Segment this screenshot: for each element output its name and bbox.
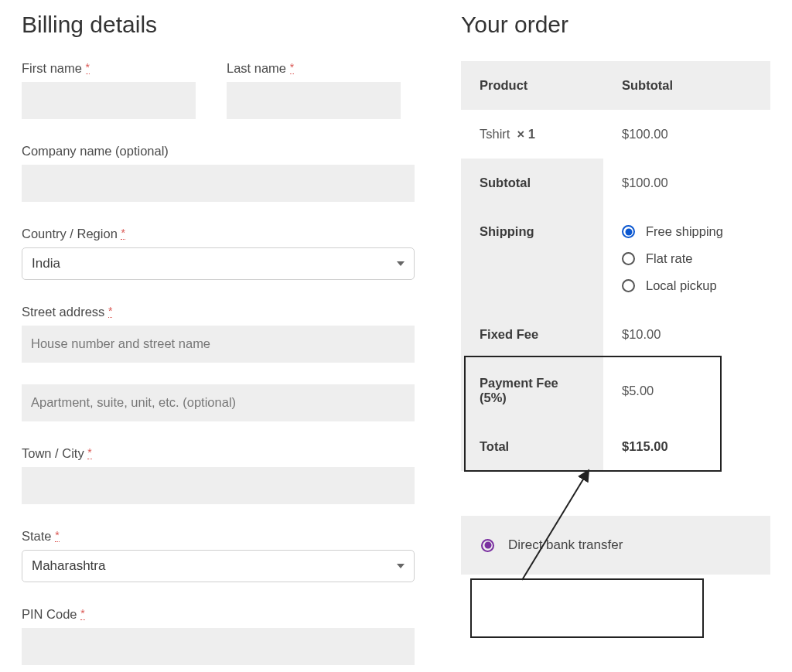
street-label-text: Street address <box>22 305 104 319</box>
city-label-text: Town / City <box>22 446 84 460</box>
first-name-label: First name * <box>22 61 196 76</box>
shipping-option-label: Local pickup <box>646 278 717 293</box>
state-select[interactable]: Maharashtra <box>22 550 415 582</box>
subtotal-row: Subtotal $100.00 <box>461 159 770 207</box>
state-field: State * Maharashtra <box>22 529 415 582</box>
city-label: Town / City * <box>22 446 415 461</box>
state-label-text: State <box>22 529 52 543</box>
last-name-input[interactable] <box>227 82 401 119</box>
pin-field: PIN Code * <box>22 607 415 665</box>
order-heading: Your order <box>461 12 770 38</box>
fixed-fee-row: Fixed Fee $10.00 <box>461 310 770 359</box>
pin-input[interactable] <box>22 628 415 665</box>
order-item-subtotal: $100.00 <box>603 110 770 159</box>
country-label-text: Country / Region <box>22 227 118 240</box>
required-mark: * <box>87 446 91 459</box>
pin-label: PIN Code * <box>22 607 415 622</box>
first-name-field: First name * <box>22 61 196 119</box>
fixed-fee-label: Fixed Fee <box>461 310 603 359</box>
order-item-row: Tshirt × 1 $100.00 <box>461 110 770 159</box>
payment-method-label: Direct bank transfer <box>508 537 623 553</box>
order-item-qty: × 1 <box>517 127 535 141</box>
company-label: Company name (optional) <box>22 144 415 159</box>
required-mark: * <box>80 607 84 620</box>
company-field: Company name (optional) <box>22 144 415 202</box>
chevron-down-icon <box>397 564 405 568</box>
col-subtotal: Subtotal <box>603 61 770 110</box>
first-name-label-text: First name <box>22 61 82 75</box>
billing-details-section: Billing details First name * Last name *… <box>22 12 415 671</box>
radio-icon <box>622 252 635 265</box>
order-review-section: Your order Product Subtotal Tshirt × 1 $… <box>461 12 770 671</box>
order-table: Product Subtotal Tshirt × 1 $100.00 Subt… <box>461 61 770 471</box>
street-address-2-input[interactable] <box>22 384 415 421</box>
order-item-name-cell: Tshirt × 1 <box>461 110 603 159</box>
radio-icon <box>622 225 635 238</box>
shipping-option-label: Flat rate <box>646 251 693 266</box>
required-mark: * <box>121 227 125 240</box>
payment-fee-row: Payment Fee (5%) $5.00 <box>461 359 770 422</box>
required-mark: * <box>290 61 294 74</box>
shipping-option-label: Free shipping <box>646 224 723 239</box>
country-field: Country / Region * India <box>22 227 415 280</box>
country-select-value: India <box>32 256 60 271</box>
required-mark: * <box>86 61 90 74</box>
col-product: Product <box>461 61 603 110</box>
first-name-input[interactable] <box>22 82 196 119</box>
subtotal-label: Subtotal <box>461 159 603 207</box>
shipping-row: Shipping Free shipping Flat rate <box>461 207 770 310</box>
shipping-options: Free shipping Flat rate Local pickup <box>622 224 752 293</box>
city-input[interactable] <box>22 467 415 504</box>
country-label: Country / Region * <box>22 227 415 241</box>
state-label: State * <box>22 529 415 544</box>
company-input[interactable] <box>22 165 415 202</box>
radio-icon <box>481 539 494 552</box>
street-address-field: Street address * <box>22 305 415 421</box>
order-table-header-row: Product Subtotal <box>461 61 770 110</box>
country-select[interactable]: India <box>22 247 415 280</box>
required-mark: * <box>55 529 59 542</box>
payment-fee-value: $5.00 <box>603 359 770 422</box>
last-name-label: Last name * <box>227 61 401 76</box>
subtotal-value: $100.00 <box>603 159 770 207</box>
payment-method-bank-transfer[interactable]: Direct bank transfer <box>481 537 750 553</box>
shipping-option-local[interactable]: Local pickup <box>622 278 752 293</box>
total-label: Total <box>461 422 603 471</box>
total-value: $115.00 <box>603 422 770 471</box>
order-item-name: Tshirt <box>480 127 510 141</box>
payment-fee-label: Payment Fee (5%) <box>461 359 603 422</box>
chevron-down-icon <box>397 261 405 266</box>
required-mark: * <box>108 305 112 318</box>
payment-methods: Direct bank transfer <box>461 516 770 575</box>
shipping-option-free[interactable]: Free shipping <box>622 224 752 239</box>
street-address-1-input[interactable] <box>22 326 415 363</box>
radio-icon <box>622 279 635 292</box>
state-select-value: Maharashtra <box>32 558 105 574</box>
last-name-field: Last name * <box>227 61 401 119</box>
shipping-option-flat[interactable]: Flat rate <box>622 251 752 266</box>
last-name-label-text: Last name <box>227 61 286 75</box>
shipping-options-cell: Free shipping Flat rate Local pickup <box>603 207 770 310</box>
pin-label-text: PIN Code <box>22 607 77 621</box>
total-row: Total $115.00 <box>461 422 770 471</box>
street-address-label: Street address * <box>22 305 415 319</box>
fixed-fee-value: $10.00 <box>603 310 770 359</box>
shipping-label: Shipping <box>461 207 603 310</box>
city-field: Town / City * <box>22 446 415 504</box>
billing-heading: Billing details <box>22 12 415 38</box>
